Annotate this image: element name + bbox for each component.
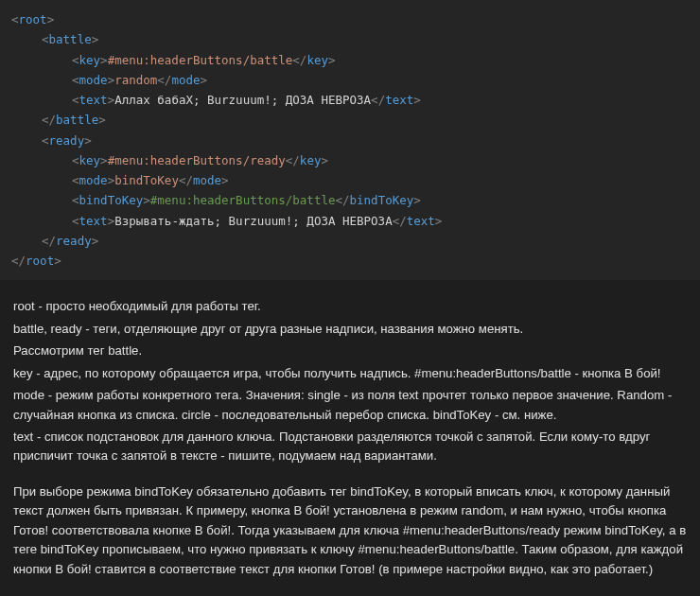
doc-paragraph: mode - режим работы конкретного тега. Зн… [13,386,687,425]
code-token: bindToKey [79,193,144,207]
code-token: text [79,214,108,228]
code-token: text [407,214,435,228]
code-token: < [11,12,19,26]
code-token: battle [49,32,92,46]
code-token: key [306,53,328,67]
code-token: > [100,153,108,167]
code-token: < [72,93,79,107]
code-token: ready [49,133,85,148]
code-token: </ [42,113,56,127]
code-token: > [328,53,336,67]
code-token: </ [292,53,306,67]
doc-paragraph: key - адрес, по которому обращается игра… [13,364,687,383]
code-token: </ [11,254,26,268]
code-line: </ready> [11,231,689,251]
code-token: battle [56,113,98,127]
code-line: <mode>bindToKey</mode> [11,170,689,190]
code-token: > [84,133,92,148]
documentation-block: root - просто необходимый для работы тег… [0,280,700,595]
code-token: mode [79,73,108,87]
code-token: < [72,73,79,87]
code-token: key [79,153,101,167]
code-token: root [26,254,54,268]
code-token: > [413,93,421,107]
doc-paragraph: root - просто необходимый для работы тег… [13,297,687,316]
code-block: <root><battle><key>#menu:headerButtons/b… [0,0,700,280]
code-token: root [19,12,47,26]
code-line: <bindToKey>#menu:headerButtons/battle</b… [11,190,689,210]
code-line: </battle> [11,110,689,130]
code-line: <ready> [11,131,689,150]
code-token: < [72,173,79,187]
code-token: Взрывать-ждать; Burzuuum!; ДОЗА НЕВРОЗА [114,214,393,228]
code-token: </ [393,214,407,228]
code-line: </root> [11,251,689,271]
code-token: bindToKey [350,193,414,207]
code-token: </ [335,193,349,207]
code-line: <text>Взрывать-ждать; Burzuuum!; ДОЗА НЕ… [11,211,689,231]
code-token: > [321,153,328,167]
code-token: < [72,214,79,228]
doc-paragraph: При выборе режима bindToKey обязательно … [13,482,687,579]
code-token: key [300,153,322,167]
paragraph-gap [13,469,687,482]
code-line: <key>#menu:headerButtons/ready</key> [11,150,689,170]
code-line: <mode>random</mode> [11,70,689,90]
code-token: < [42,133,49,148]
doc-paragraph: text - список подстановок для данного кл… [13,428,687,466]
code-token: > [435,214,443,228]
code-token: < [42,32,49,46]
code-token: </ [179,173,193,187]
code-line: <key>#menu:headerButtons/battle</key> [11,50,689,70]
code-token: < [72,53,79,67]
doc-paragraph: Рассмотрим тег battle. [13,342,687,360]
code-token: #menu:headerButtons/battle [150,193,336,207]
code-token: #menu:headerButtons/battle [108,53,293,67]
doc-paragraph: battle, ready - теги, отделяющие друг от… [13,320,687,339]
code-token: Аллах бабаХ; Burzuuum!; ДОЗА НЕВРОЗА [114,93,371,107]
code-token: mode [171,73,200,87]
code-token: > [201,73,208,87]
code-token: < [72,193,79,207]
code-token: key [79,53,101,67]
code-token: text [79,93,108,107]
code-token: </ [42,234,56,248]
code-token: </ [286,153,300,167]
code-line: <root> [11,9,689,29]
code-token: </ [157,73,171,87]
code-token: < [72,153,79,167]
code-token: random [114,73,157,87]
code-token: text [385,93,413,107]
code-line: <text>Аллах бабаХ; Burzuuum!; ДОЗА НЕВРО… [11,90,689,110]
code-token: > [92,32,99,46]
code-token: > [100,53,108,67]
code-token: </ [371,93,385,107]
code-token: ready [56,234,92,248]
code-line: <battle> [11,29,689,49]
code-token: mode [193,173,221,187]
code-token: bindToKey [114,173,179,187]
code-token: > [221,173,229,187]
code-token: > [413,193,421,207]
code-token: #menu:headerButtons/ready [108,153,286,167]
code-token: > [98,113,106,127]
code-token: mode [79,173,108,187]
code-token: > [47,12,55,26]
code-token: > [92,234,99,248]
code-token: > [143,193,150,207]
code-token: > [54,254,61,268]
